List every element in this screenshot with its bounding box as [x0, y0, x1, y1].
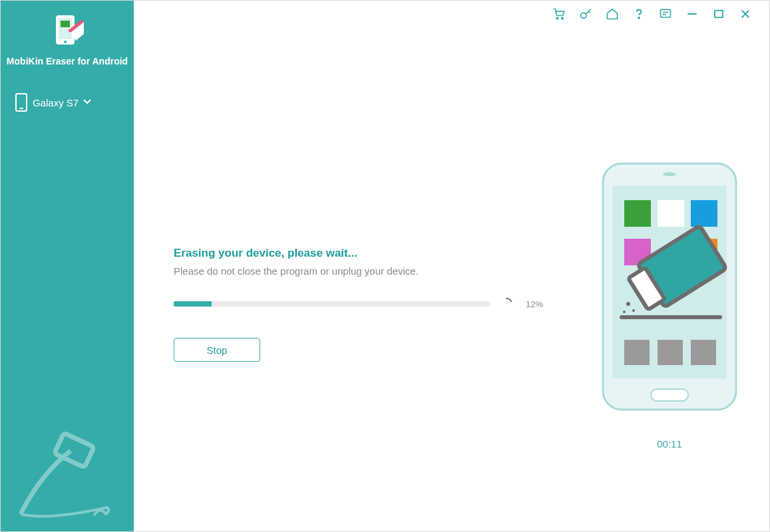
app-name: MobiKin Eraser for Android — [7, 56, 128, 66]
sidebar: MobiKin Eraser for Android Galaxy S7 — [1, 1, 134, 531]
svg-point-10 — [638, 17, 640, 19]
svg-rect-11 — [661, 9, 671, 17]
svg-rect-19 — [651, 389, 688, 401]
app-window: MobiKin Eraser for Android Galaxy S7 — [0, 0, 770, 532]
stop-button[interactable]: Stop — [174, 338, 260, 362]
svg-rect-25 — [624, 340, 650, 365]
svg-point-18 — [663, 172, 676, 176]
svg-point-31 — [623, 311, 626, 313]
svg-point-30 — [632, 309, 635, 312]
main-area: Erasing your device, please wait... Plea… — [134, 1, 769, 531]
minimize-button[interactable] — [685, 7, 699, 21]
maximize-button[interactable] — [712, 7, 725, 21]
content: Erasing your device, please wait... Plea… — [134, 27, 769, 531]
logo-phone-eraser-icon — [51, 14, 84, 51]
spinner-icon — [499, 297, 514, 311]
svg-rect-22 — [691, 200, 717, 227]
svg-rect-21 — [658, 200, 684, 227]
device-name: Galaxy S7 — [33, 97, 79, 108]
close-button[interactable] — [739, 7, 752, 21]
svg-rect-3 — [61, 21, 70, 27]
progress-bar-fill — [174, 301, 212, 307]
cart-icon[interactable] — [552, 7, 566, 21]
home-icon[interactable] — [606, 7, 619, 21]
svg-rect-13 — [715, 11, 723, 18]
progress-percent-label: 12% — [526, 299, 543, 309]
svg-point-2 — [64, 41, 67, 43]
svg-point-8 — [562, 17, 564, 19]
feedback-icon[interactable] — [659, 7, 672, 21]
phone-icon — [15, 93, 27, 112]
svg-point-7 — [556, 17, 558, 19]
chevron-down-icon — [83, 96, 92, 108]
progress-bar — [174, 301, 490, 307]
phone-erasing-illustration-icon — [596, 160, 743, 422]
progress-row: 12% — [174, 297, 543, 311]
progress-area: Erasing your device, please wait... Plea… — [134, 27, 570, 531]
device-selector[interactable]: Galaxy S7 — [1, 93, 134, 112]
status-heading: Erasing your device, please wait... — [174, 247, 543, 260]
sidebar-eraser-art-icon — [7, 428, 120, 523]
svg-rect-27 — [691, 340, 716, 365]
status-subtext: Please do not close the program or unplu… — [174, 265, 543, 277]
help-icon[interactable] — [632, 7, 646, 21]
svg-point-29 — [626, 302, 630, 306]
titlebar — [134, 1, 769, 27]
illustration-area: 00:11 — [570, 27, 769, 531]
elapsed-timer: 00:11 — [657, 438, 682, 450]
app-logo: MobiKin Eraser for Android — [7, 14, 128, 66]
svg-rect-26 — [658, 340, 683, 365]
svg-point-9 — [581, 13, 586, 18]
svg-rect-20 — [624, 200, 651, 227]
key-icon[interactable] — [579, 7, 592, 21]
